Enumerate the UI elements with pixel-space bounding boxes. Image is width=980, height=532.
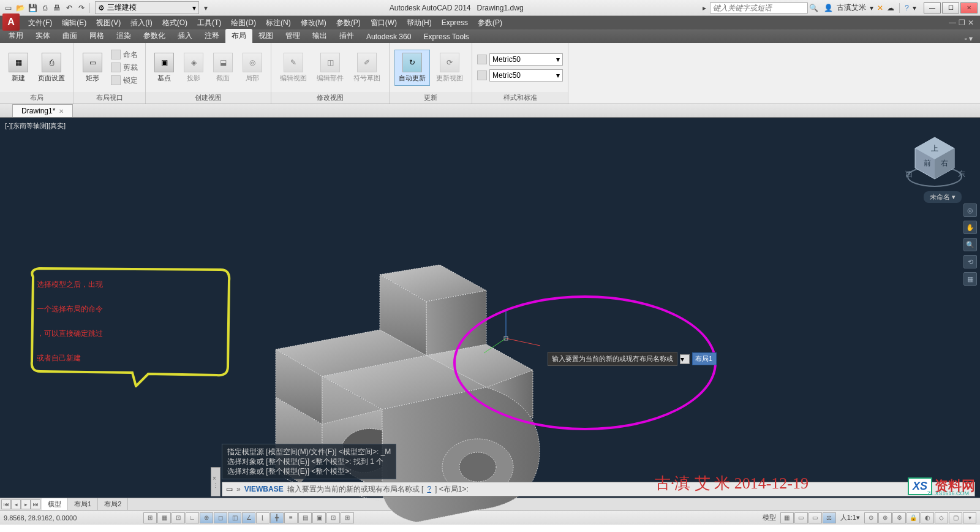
tab-home[interactable]: 常用 [2,29,29,43]
zoom-icon[interactable]: 🔍 [963,238,977,251]
close-icon[interactable]: ✕ [59,108,64,115]
qat-saveas-icon[interactable]: ⎙ [39,2,50,13]
rect-viewport-button[interactable]: ▭矩形 [79,50,106,85]
first-tab-icon[interactable]: ⏮ [1,500,11,509]
sb-grid2-icon[interactable]: ▦ [780,512,794,523]
style1-icon[interactable] [477,55,487,64]
tab-autodesk360[interactable]: Autodesk 360 [360,31,417,43]
qat-open-icon[interactable]: 📂 [15,2,26,13]
menu-draw[interactable]: 绘图(D) [226,17,261,29]
doc-close-icon[interactable]: ✕ [968,18,974,27]
next-tab-icon[interactable]: ▸ [21,500,31,509]
prev-tab-icon[interactable]: ◂ [11,500,21,509]
sb-qv2-icon[interactable]: ▭ [809,512,822,523]
viewcube[interactable]: 前 右 上 西 东 [904,132,965,194]
qat-redo-icon[interactable]: ↷ [76,2,87,13]
viewport-label[interactable]: [-][东南等轴测][真实] [5,121,66,131]
tab-manage[interactable]: 管理 [279,29,306,43]
tab-view[interactable]: 视图 [252,29,279,43]
qat-new-icon[interactable]: ▭ [2,2,13,13]
doc-restore-icon[interactable]: ❐ [959,18,965,27]
lock-viewport-button[interactable]: 锁定 [108,75,140,86]
help-icon[interactable]: ? [905,4,909,12]
tab-mesh[interactable]: 网格 [83,29,110,43]
menu-edit[interactable]: 编辑(E) [57,17,91,29]
sb-lock-icon[interactable]: 🔒 [907,512,920,523]
help-arrow-icon[interactable]: ▸ [699,2,710,13]
auto-update-button[interactable]: ↻自动更新 [394,50,430,86]
tab-render[interactable]: 渲染 [110,29,137,43]
command-handle[interactable]: ×⋮ [211,467,221,496]
sb-clean-icon[interactable]: ▢ [949,512,962,523]
search-input[interactable] [710,2,808,13]
doc-tab[interactable]: Drawing1* ✕ [12,104,73,117]
maximize-button[interactable]: ☐ [942,2,959,13]
projected-view-button[interactable]: ◈投影 [180,50,207,85]
sb-hw-icon[interactable]: ◐ [921,512,934,523]
qat-undo-icon[interactable]: ↶ [64,2,75,13]
style-dropdown-2[interactable]: Metric50▾ [489,69,563,82]
new-layout-button[interactable]: ▦新建 [5,50,32,85]
app-logo[interactable]: A [2,13,20,31]
detail-view-button[interactable]: ◎局部 [239,50,266,85]
menu-insert[interactable]: 插入(I) [126,17,157,29]
menu-dim[interactable]: 标注(N) [261,17,296,29]
cmd-link[interactable]: ? [427,485,431,493]
tab-output[interactable]: 输出 [306,29,333,43]
base-view-button[interactable]: ▣基点 [151,50,178,85]
section-view-button[interactable]: ⬓截面 [209,50,236,85]
orbit-icon[interactable]: ⟲ [963,255,977,268]
close-button[interactable]: ✕ [960,2,978,13]
command-line[interactable]: ▭ » VIEWBASE 输入要置为当前的新的或现有布局名称或 [?] <布局1… [222,482,975,496]
viewport[interactable]: [-][东南等轴测][真实] 选择模型之后，出现 一个选择布局的命令 ，可以直接… [0,118,980,498]
sb-infer-icon[interactable]: ⊞ [143,512,157,523]
named-viewport-button[interactable]: 命名 [108,49,140,61]
menu-param[interactable]: 参数(P) [331,17,366,29]
dynamic-options-icon[interactable]: ▾ [680,354,690,364]
sb-snap-icon[interactable]: ▦ [157,512,171,523]
minimize-button[interactable]: — [924,2,941,13]
menu-format[interactable]: 格式(O) [157,17,192,29]
qat-more-icon[interactable]: ▾ [200,2,211,13]
chevron-down-icon[interactable]: ▾ [913,4,916,12]
menu-tools[interactable]: 工具(T) [192,17,226,29]
dynamic-value-input[interactable]: 布局1 [692,352,717,365]
steering-wheel-icon[interactable]: ◎ [963,203,977,217]
menu-help[interactable]: 帮助(H) [402,17,437,29]
layout-tab-model[interactable]: 模型 [42,498,68,510]
layout-tab-2[interactable]: 布局2 [98,498,128,510]
tab-insert[interactable]: 插入 [172,29,198,43]
doc-minimize-icon[interactable]: — [949,18,956,27]
cloud-icon[interactable]: ☁ [887,4,894,12]
edit-view-button[interactable]: ✎编辑视图 [276,50,311,85]
tab-parametric[interactable]: 参数化 [137,29,172,43]
workspace-dropdown[interactable]: ⚙ 三维建模 ▾ [95,1,199,14]
update-view-button[interactable]: ⟳更新视图 [432,50,467,85]
tab-annotate[interactable]: 注释 [198,29,225,43]
sb-grid-icon[interactable]: ⊡ [172,512,185,523]
style2-icon[interactable] [477,70,487,80]
menu-param2[interactable]: 参数(P) [473,17,507,29]
last-tab-icon[interactable]: ⏭ [31,500,40,509]
showmotion-icon[interactable]: ▦ [963,272,977,286]
clip-viewport-button[interactable]: 剪裁 [108,62,140,74]
sb-annovisible-icon[interactable]: ⊙ [864,512,878,523]
tab-surface[interactable]: 曲面 [56,29,83,43]
sb-ws-icon[interactable]: ⚙ [892,512,906,523]
sb-model-label[interactable]: 模型 [759,513,780,522]
tab-layout[interactable]: 布局 [225,29,252,43]
exchange-icon[interactable]: ✕ [877,4,883,12]
sign-in-icon[interactable]: 👤 [824,4,833,12]
menu-view[interactable]: 视图(V) [91,17,126,29]
tab-plugins[interactable]: 插件 [333,29,360,43]
search-icon[interactable]: 🔍 [808,2,819,13]
style-dropdown-1[interactable]: Metric50▾ [489,53,563,66]
sb-osnap-icon[interactable]: ◻ [214,512,227,523]
tab-solid[interactable]: 实体 [29,29,56,43]
sb-menu-icon[interactable]: ▾ [963,512,976,523]
chevron-down-icon[interactable]: ▾ [870,4,873,12]
symbol-sketch-button[interactable]: ✐符号草图 [350,50,384,85]
sb-annoauto-icon[interactable]: ⊛ [878,512,892,523]
sb-qv-icon[interactable]: ▭ [794,512,808,523]
page-setup-button[interactable]: ⎙页面设置 [34,50,69,85]
